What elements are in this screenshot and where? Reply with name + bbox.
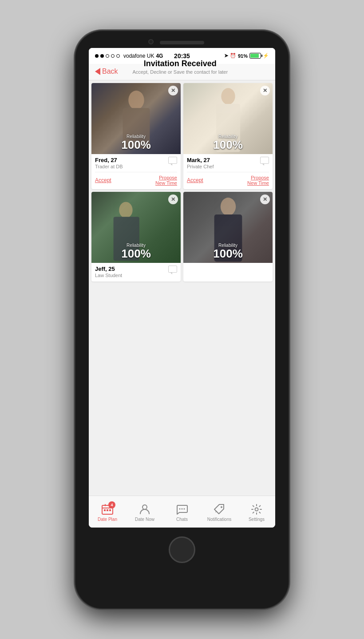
message-icon-mark[interactable] [260, 157, 269, 164]
signal-dot-1 [95, 54, 99, 58]
card-name-jeff: Jeff, 25 [95, 266, 122, 272]
tab-label-settings: Settings [249, 517, 265, 522]
svg-point-15 [142, 505, 147, 509]
tag-icon [213, 503, 226, 516]
speaker [160, 41, 204, 44]
propose-btn-fred[interactable]: Propose New Time [155, 175, 177, 186]
gear-icon [250, 503, 263, 516]
close-btn-fred[interactable]: ✕ [168, 86, 178, 95]
reliability-badge-fred: Reliability 100% [121, 134, 151, 151]
card-name-row-fred: Fred, 27 Trader at DB [95, 157, 177, 169]
nav-title-area: Invitation Received Accept, Decline or S… [118, 59, 242, 75]
card-job-jeff: Law Student [95, 273, 122, 278]
status-left: vodafone UK 4G [95, 53, 163, 59]
card-image-nick: ✕ Reliability 100% [183, 192, 273, 263]
svg-rect-12 [104, 509, 106, 511]
reliability-badge-nick: Reliability 100% [213, 243, 243, 259]
tab-icon-chats [176, 503, 188, 516]
tab-icon-date-now [138, 503, 151, 516]
back-arrow-icon [95, 68, 100, 75]
status-right: ➤ ⏰ 91% ⚡ [224, 53, 269, 59]
home-button[interactable] [169, 536, 195, 563]
signal-dot-4 [111, 54, 115, 58]
card-name-fred: Fred, 27 [95, 157, 123, 163]
card-info-jeff: Jeff, 25 Law Student [91, 263, 181, 282]
svg-point-4 [119, 202, 133, 218]
card-image-fred: ✕ Reliability 100% [91, 83, 181, 154]
card-name-job-fred: Fred, 27 Trader at DB [95, 157, 123, 169]
battery-percent: 91% [238, 53, 248, 59]
card-name-row-jeff: Jeff, 25 Law Student [95, 266, 177, 278]
profile-card-mark: ✕ Reliability 100% Mark, 27 Private Chef [183, 83, 273, 189]
network-label: 4G [156, 53, 163, 59]
tab-chats[interactable]: Chats [163, 501, 201, 522]
tab-date-plan[interactable]: 4 Date Plan [89, 501, 126, 522]
svg-rect-13 [107, 509, 108, 511]
tab-icon-notifications [213, 503, 226, 516]
battery-fill [250, 54, 259, 58]
chat-icon [176, 503, 188, 516]
card-name-job-jeff: Jeff, 25 Law Student [95, 266, 122, 278]
svg-point-0 [128, 91, 144, 110]
message-icon-jeff[interactable] [168, 266, 177, 273]
time-label: 20:35 [174, 52, 190, 60]
signal-dot-2 [100, 54, 104, 58]
back-label: Back [102, 67, 118, 75]
card-info-mark: Mark, 27 Private Chef Accept Propose New… [183, 154, 273, 189]
back-button[interactable]: Back [95, 67, 118, 75]
reliability-badge-jeff: Reliability 100% [121, 243, 151, 259]
svg-point-20 [255, 508, 258, 511]
card-actions-mark: Accept Propose New Time [187, 172, 269, 186]
signal-dot-3 [106, 54, 109, 58]
location-icon: ➤ [224, 53, 228, 59]
card-name-job-mark: Mark, 27 Private Chef [187, 157, 214, 169]
person-icon [138, 503, 151, 516]
reliability-percent-nick: 100% [213, 248, 243, 259]
accept-btn-mark[interactable]: Accept [187, 177, 203, 183]
profile-card-nick: ✕ Reliability 100% [183, 192, 273, 282]
svg-point-19 [221, 506, 222, 508]
svg-point-18 [184, 508, 185, 510]
tab-label-chats: Chats [176, 517, 188, 522]
content-area[interactable]: ✕ Reliability 100% Fred, 27 Trader at DB [89, 80, 275, 496]
cards-grid: ✕ Reliability 100% Fred, 27 Trader at DB [91, 83, 273, 282]
tab-notifications[interactable]: Notifications [201, 501, 238, 522]
message-icon-fred[interactable] [168, 157, 177, 164]
tab-date-now[interactable]: Date Now [126, 501, 163, 522]
reliability-badge-mark: Reliability 100% [213, 134, 243, 151]
card-actions-fred: Accept Propose New Time [95, 172, 177, 186]
phone-device: vodafone UK 4G 20:35 ➤ ⏰ 91% ⚡ Back [75, 31, 289, 608]
page-title: Invitation Received [118, 59, 242, 68]
svg-point-6 [220, 198, 235, 215]
card-job-mark: Private Chef [187, 164, 214, 169]
nav-header: Back Invitation Received Accept, Decline… [89, 64, 275, 80]
card-job-fred: Trader at DB [95, 164, 123, 169]
date-plan-badge: 4 [108, 501, 115, 508]
svg-point-17 [182, 508, 183, 510]
close-btn-nick[interactable]: ✕ [260, 194, 270, 204]
tab-label-date-now: Date Now [135, 517, 154, 522]
tab-icon-date-plan: 4 [101, 503, 114, 516]
reliability-percent-fred: 100% [121, 139, 151, 151]
propose-btn-mark[interactable]: Propose New Time [247, 175, 269, 186]
phone-screen: vodafone UK 4G 20:35 ➤ ⏰ 91% ⚡ Back [89, 48, 275, 528]
close-btn-mark[interactable]: ✕ [260, 86, 270, 95]
profile-card-jeff: ✕ Reliability 100% Jeff, 25 Law Student [91, 192, 181, 282]
close-btn-jeff[interactable]: ✕ [168, 194, 178, 204]
card-name-row-mark: Mark, 27 Private Chef [187, 157, 269, 169]
signal-dot-5 [116, 54, 120, 58]
tab-label-notifications: Notifications [207, 517, 231, 522]
reliability-percent-mark: 100% [213, 139, 243, 151]
tab-bar: 4 Date Plan Date Now [89, 496, 275, 528]
battery-icon [249, 53, 261, 59]
svg-point-2 [221, 88, 235, 104]
camera [148, 39, 154, 44]
card-info-fred: Fred, 27 Trader at DB Accept Propose New… [91, 154, 181, 189]
tab-settings[interactable]: Settings [238, 501, 275, 522]
card-image-jeff: ✕ Reliability 100% [91, 192, 181, 263]
reliability-percent-jeff: 100% [121, 248, 151, 259]
page-subtitle: Accept, Decline or Save the contact for … [118, 69, 242, 75]
carrier-label: vodafone UK [123, 53, 154, 59]
card-image-mark: ✕ Reliability 100% [183, 83, 273, 154]
accept-btn-fred[interactable]: Accept [95, 177, 111, 183]
